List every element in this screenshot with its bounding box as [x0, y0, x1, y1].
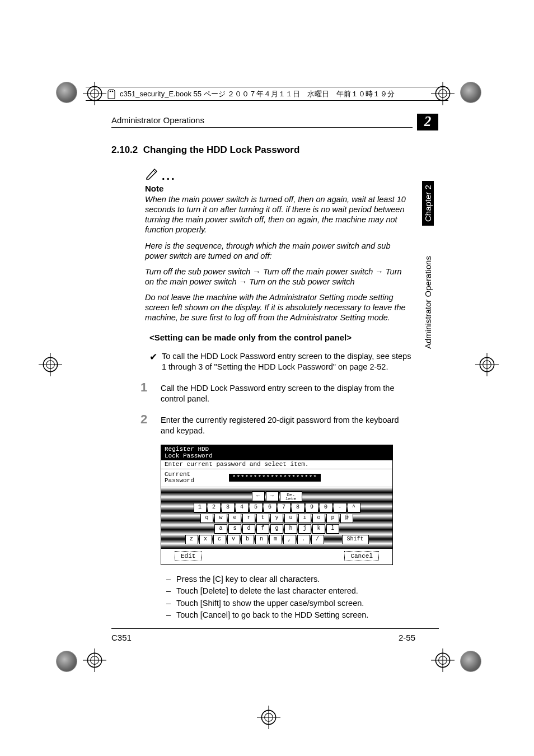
prereq-text: To call the HDD Lock Password entry scre… [162, 351, 413, 372]
key-delete[interactable]: De- lete [280, 492, 302, 502]
key[interactable]: t [256, 514, 269, 523]
panel-instruction: Enter current password and select item. [161, 460, 392, 469]
key[interactable]: @ [340, 514, 353, 523]
rule [86, 100, 448, 101]
current-password-row: Current Password ******************** [161, 469, 392, 487]
key[interactable]: 3 [222, 503, 235, 512]
rule [111, 628, 439, 629]
register-mark [257, 706, 280, 729]
hint-item: –Touch [Shift] to show the upper case/sy… [161, 598, 413, 609]
key[interactable]: y [270, 514, 283, 523]
pen-icon [145, 166, 160, 183]
key[interactable]: w [214, 514, 227, 523]
key[interactable]: g [270, 524, 283, 534]
rule [86, 87, 448, 87]
check-icon: ✔ [149, 351, 162, 372]
key[interactable]: d [242, 524, 255, 534]
key[interactable]: 9 [306, 503, 318, 512]
key[interactable]: u [284, 514, 297, 523]
key-shift[interactable]: Shift [342, 535, 369, 544]
key[interactable]: 5 [250, 503, 263, 512]
side-tab: Chapter 2 Administrator Operations [422, 181, 434, 349]
chapter-badge: 2 [417, 114, 438, 130]
panel-screenshot: Register HDD Lock Password Enter current… [161, 445, 393, 564]
key[interactable]: . [297, 535, 310, 544]
key[interactable]: m [269, 535, 282, 544]
note-block: ... Note When the main power switch is t… [111, 166, 413, 323]
key[interactable]: 4 [236, 503, 249, 512]
note-body: When the main power switch is turned off… [145, 194, 413, 323]
key[interactable]: - [334, 503, 346, 512]
ellipsis-icon: ... [162, 170, 176, 183]
kbd-row-1: 1 2 3 4 5 6 7 8 9 0 - ^ [161, 503, 392, 512]
key[interactable]: r [242, 514, 255, 523]
dash-icon: – [161, 586, 176, 597]
key[interactable]: 1 [194, 503, 207, 512]
key[interactable]: f [256, 524, 269, 534]
file-meta-text: c351_security_E.book 55 ページ ２００７年４月１１日 水… [120, 89, 395, 99]
running-head: Administrator Operations [111, 115, 413, 125]
hint-item: –Touch [Delete] to delete the last chara… [161, 586, 413, 597]
note-p4: Do not leave the machine with the Admini… [145, 292, 413, 323]
key[interactable]: ^ [348, 503, 360, 512]
key[interactable]: z [185, 535, 198, 544]
kbd-row-2: q w e r t y u i o p @ [161, 514, 392, 523]
key[interactable]: , [283, 535, 296, 544]
register-mark [431, 648, 455, 672]
key-right[interactable]: → [266, 492, 279, 501]
steps-list: 1 Call the HDD Lock Password entry scree… [140, 381, 413, 436]
key[interactable]: v [227, 535, 240, 544]
note-p1: When the main power switch is turned off… [145, 194, 413, 235]
prereq-bullet: ✔ To call the HDD Lock Password entry sc… [149, 351, 413, 372]
crop-dot [56, 82, 77, 103]
note-label: Note [145, 184, 413, 193]
key[interactable]: 0 [320, 503, 332, 512]
step-text: Enter the currently registered 20-digit … [161, 413, 413, 436]
key[interactable]: p [326, 514, 339, 523]
key[interactable]: n [255, 535, 268, 544]
arrow-right-icon: → [239, 277, 247, 286]
step-text: Call the HDD Lock Password entry screen … [161, 381, 413, 404]
key[interactable]: s [228, 524, 241, 534]
footer-model: C351 [111, 633, 132, 642]
edit-button[interactable]: Edit [175, 551, 202, 561]
file-meta: c351_security_E.book 55 ページ ２００７年４月１１日 水… [106, 89, 444, 99]
cancel-button[interactable]: Cancel [344, 551, 379, 561]
key[interactable]: l [326, 524, 339, 534]
key-left[interactable]: ← [252, 492, 265, 501]
section-name: Changing the HDD Lock Password [143, 144, 300, 155]
key[interactable]: 7 [278, 503, 291, 512]
kbd-row-3: a s d f g h j k l [161, 524, 392, 534]
key[interactable]: h [284, 524, 297, 534]
key[interactable]: e [228, 514, 241, 523]
hint-item: –Press the [C] key to clear all characte… [161, 574, 413, 585]
key[interactable]: c [213, 535, 226, 544]
key[interactable]: 8 [292, 503, 305, 512]
side-label: Administrator Operations [422, 231, 434, 349]
setting-subhead: <Setting can be made only from the contr… [149, 333, 413, 342]
key[interactable]: x [199, 535, 212, 544]
key[interactable]: / [311, 535, 324, 544]
register-mark [83, 648, 106, 672]
section-number: 2.10.2 [111, 144, 138, 155]
soft-keyboard: ← → De- lete 1 2 3 4 5 6 7 8 9 0 - ^ [161, 487, 392, 549]
key[interactable]: q [200, 514, 213, 523]
crop-dot [460, 82, 481, 103]
register-mark [39, 353, 62, 376]
current-password-label: Current Password [165, 472, 194, 484]
key[interactable]: i [298, 514, 311, 523]
crop-dot [56, 651, 77, 672]
key[interactable]: 2 [208, 503, 221, 512]
dash-icon: – [161, 598, 176, 609]
panel-footer-buttons: Edit Cancel [161, 549, 392, 564]
key[interactable]: k [312, 524, 325, 534]
key[interactable]: 6 [264, 503, 277, 512]
hint-list: –Press the [C] key to clear all characte… [161, 574, 413, 621]
key[interactable]: b [241, 535, 254, 544]
key[interactable]: a [214, 524, 227, 534]
key[interactable]: o [312, 514, 325, 523]
svg-point-29 [112, 91, 114, 92]
step-1: 1 Call the HDD Lock Password entry scree… [140, 381, 413, 404]
step-number: 1 [140, 381, 161, 404]
key[interactable]: j [298, 524, 311, 534]
